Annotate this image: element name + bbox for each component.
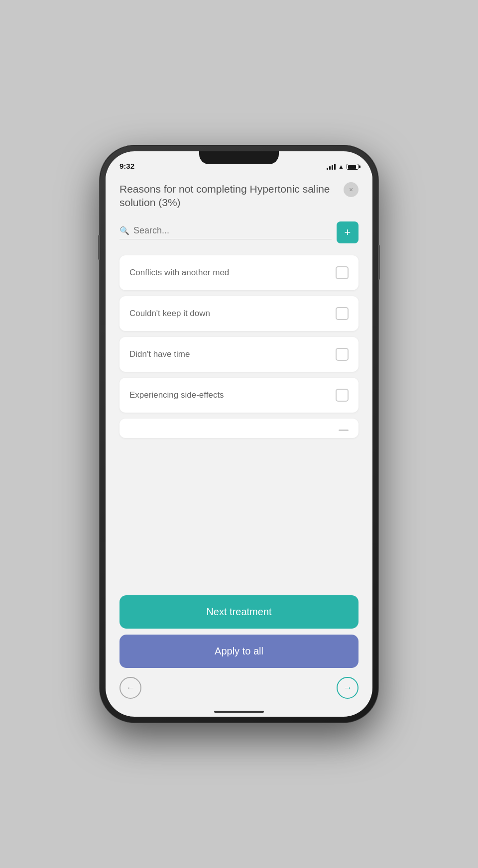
list-item[interactable]: Didn't have time xyxy=(120,337,358,372)
checkbox-2[interactable] xyxy=(336,307,349,320)
home-bar xyxy=(214,711,264,713)
list-item[interactable]: Conflicts with another med xyxy=(120,255,358,290)
phone-frame: 9:32 ▲ Reasons for not completing Hypert… xyxy=(100,145,378,723)
partial-indicator xyxy=(339,430,349,431)
list-item[interactable]: Couldn't keep it down xyxy=(120,296,358,331)
forward-button[interactable]: → xyxy=(337,677,358,699)
status-icons: ▲ xyxy=(327,163,358,170)
search-wrapper: 🔍 xyxy=(120,225,332,239)
navigation-row: ← → xyxy=(106,675,372,707)
phone-screen: 9:32 ▲ Reasons for not completing Hypert… xyxy=(106,151,372,717)
status-time: 9:32 xyxy=(120,162,134,170)
checkbox-1[interactable] xyxy=(336,266,349,279)
page-title: Reasons for not completing Hypertonic sa… xyxy=(120,183,330,208)
close-button[interactable]: × xyxy=(344,182,358,197)
add-icon: + xyxy=(345,227,351,238)
search-section: 🔍 + xyxy=(106,217,372,251)
apply-to-all-button[interactable]: Apply to all xyxy=(120,635,358,668)
list-item-partial[interactable] xyxy=(120,419,358,438)
add-button[interactable]: + xyxy=(337,221,358,243)
power-button xyxy=(378,245,380,280)
list-item[interactable]: Experiencing side-effects xyxy=(120,378,358,413)
close-icon: × xyxy=(349,186,353,193)
signal-icon xyxy=(327,164,336,170)
checkbox-4[interactable] xyxy=(336,389,349,402)
forward-icon: → xyxy=(343,683,352,693)
item-label: Didn't have time xyxy=(129,349,190,359)
item-label: Experiencing side-effects xyxy=(129,390,224,400)
wifi-icon: ▲ xyxy=(338,163,344,170)
item-label: Conflicts with another med xyxy=(129,268,229,278)
reasons-list: Conflicts with another med Couldn't keep… xyxy=(106,251,372,591)
search-icon: 🔍 xyxy=(120,226,129,235)
bottom-actions: Next treatment Apply to all xyxy=(106,591,372,675)
home-indicator xyxy=(106,707,372,717)
item-label: Couldn't keep it down xyxy=(129,309,210,319)
battery-icon xyxy=(347,164,358,170)
header-section: Reasons for not completing Hypertonic sa… xyxy=(106,173,372,217)
back-icon: ← xyxy=(126,683,135,693)
search-input[interactable] xyxy=(133,225,332,236)
next-treatment-button[interactable]: Next treatment xyxy=(120,595,358,629)
checkbox-3[interactable] xyxy=(336,348,349,361)
notch xyxy=(199,151,279,164)
back-button[interactable]: ← xyxy=(120,677,141,699)
volume-button xyxy=(98,235,100,260)
main-content: Reasons for not completing Hypertonic sa… xyxy=(106,173,372,717)
